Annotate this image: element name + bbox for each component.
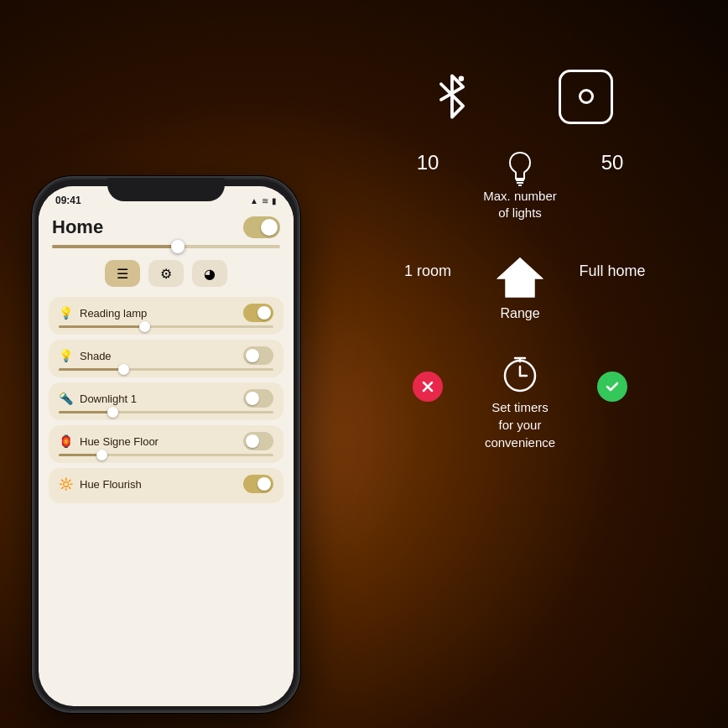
- phone-mockup: 09:41 ▲ ≋ ▮ Home ☰: [32, 176, 300, 713]
- bridge-max-col: 50: [566, 151, 658, 181]
- house-icon: [497, 254, 543, 301]
- toggle-knob: [246, 434, 259, 448]
- bridge-max-value: 50: [601, 151, 624, 174]
- range-section: 1 room Range Full home: [335, 254, 705, 321]
- timer-section: Set timersfor yourconvenience: [335, 355, 705, 451]
- light-left: 🔦 Downlight 1: [59, 392, 137, 405]
- home-toggle-knob: [261, 219, 278, 236]
- floor-lamp-icon: 🏮: [59, 434, 73, 448]
- light-slider[interactable]: [59, 325, 273, 328]
- x-icon: [420, 379, 435, 394]
- light-left: 🏮 Hue Signe Floor: [59, 434, 159, 448]
- bluetooth-icon: [431, 71, 473, 122]
- bulb-icon: 💡: [59, 349, 73, 362]
- phone-screen: 09:41 ▲ ≋ ▮ Home ☰: [39, 186, 294, 706]
- max-lights-center: Max. numberof lights: [474, 151, 566, 221]
- light-left: 💡 Reading lamp: [59, 306, 147, 320]
- slider-thumb: [96, 450, 107, 460]
- battery-icon: ▮: [272, 196, 277, 205]
- light-name: Shade: [80, 350, 112, 362]
- light-left: 🔆 Hue Flourish: [59, 477, 142, 491]
- phone-notch: [107, 178, 225, 201]
- timer-label: Set timersfor yourconvenience: [485, 398, 555, 451]
- bulb-icon: [507, 151, 533, 188]
- cross-icon: [413, 372, 443, 402]
- bulb-icon: 💡: [59, 306, 73, 320]
- app-header: Home: [39, 210, 294, 242]
- checkmark-icon: [605, 379, 620, 394]
- bluetooth-range-value: 1 room: [404, 263, 451, 280]
- slider-thumb: [118, 364, 129, 375]
- tab-bar: ☰ ⚙ ◕: [39, 255, 294, 292]
- max-lights-label: Max. numberof lights: [483, 188, 557, 221]
- status-icons: ▲ ≋ ▮: [250, 196, 277, 205]
- signal-icon: ▲: [250, 196, 258, 205]
- wifi-icon: ≋: [262, 196, 268, 205]
- bluetooth-timer-col: [382, 355, 474, 402]
- toggle-knob: [257, 306, 271, 320]
- light-row: 💡 Reading lamp: [59, 304, 273, 322]
- light-left: 💡 Shade: [59, 349, 112, 362]
- tab-color[interactable]: ◕: [192, 260, 227, 287]
- bridge-range-col: Full home: [566, 254, 658, 280]
- downlight-icon: 🔦: [59, 392, 73, 405]
- timer-center: Set timersfor yourconvenience: [474, 355, 566, 451]
- list-item: 💡 Reading lamp: [49, 297, 283, 335]
- light-toggle[interactable]: [243, 389, 273, 408]
- list-item: 🏮 Hue Signe Floor: [49, 425, 283, 463]
- range-center: Range: [474, 254, 566, 321]
- bridge-range-value: Full home: [579, 263, 645, 280]
- bluetooth-range-col: 1 room: [382, 254, 474, 280]
- slider-fill: [59, 454, 101, 456]
- bluetooth-max-col: 10: [382, 151, 474, 181]
- toggle-knob: [246, 392, 259, 405]
- status-time: 09:41: [55, 195, 81, 206]
- toggle-knob: [257, 477, 271, 491]
- tab-scenes[interactable]: ⚙: [148, 260, 184, 287]
- max-lights-section: 10 Max. numberof lights 50: [335, 151, 705, 221]
- light-row: 💡 Shade: [59, 346, 273, 365]
- slider-fill: [52, 245, 178, 248]
- phone-body: 09:41 ▲ ≋ ▮ Home ☰: [32, 176, 300, 713]
- slider-thumb: [139, 321, 150, 332]
- light-row: 🔦 Downlight 1: [59, 389, 273, 408]
- slider-thumb: [171, 240, 185, 253]
- bridge-timer-col: [566, 355, 658, 402]
- bluetooth-max-value: 10: [417, 151, 439, 174]
- slider-fill: [59, 325, 144, 328]
- app-title: Home: [52, 216, 103, 238]
- list-item: 🔦 Downlight 1: [49, 382, 283, 420]
- bluetooth-icon-col: [427, 67, 477, 126]
- timer-icon-wrap: Set timersfor yourconvenience: [485, 355, 555, 451]
- light-row: 🏮 Hue Signe Floor: [59, 432, 273, 450]
- max-lights-icon-wrap: Max. numberof lights: [483, 151, 557, 221]
- list-item: 💡 Shade: [49, 340, 283, 377]
- light-slider[interactable]: [59, 454, 273, 456]
- light-slider[interactable]: [59, 411, 273, 413]
- toggle-knob: [246, 349, 259, 362]
- top-icons-row: [335, 67, 705, 126]
- home-toggle[interactable]: [243, 216, 280, 238]
- light-slider[interactable]: [59, 368, 273, 371]
- right-panel: 10 Max. numberof lights 50 1 room: [335, 67, 705, 679]
- tab-list[interactable]: ☰: [105, 260, 140, 287]
- light-toggle[interactable]: [243, 475, 273, 493]
- light-name: Reading lamp: [80, 307, 147, 320]
- light-row: 🔆 Hue Flourish: [59, 475, 273, 493]
- slider-thumb: [107, 407, 118, 418]
- light-name: Hue Signe Floor: [80, 435, 159, 448]
- light-list: 💡 Reading lamp: [39, 292, 294, 508]
- home-brightness-slider[interactable]: [52, 245, 280, 248]
- bridge-icon: [559, 70, 613, 124]
- light-toggle[interactable]: [243, 432, 273, 450]
- light-toggle[interactable]: [243, 304, 273, 322]
- light-name: Hue Flourish: [80, 478, 142, 491]
- slider-fill: [59, 368, 123, 371]
- timer-icon: [501, 355, 539, 393]
- svg-point-0: [458, 75, 464, 81]
- bridge-dot: [579, 89, 594, 104]
- list-item: 🔆 Hue Flourish: [49, 468, 283, 503]
- light-name: Downlight 1: [80, 393, 137, 405]
- ceiling-lamp-icon: 🔆: [59, 477, 73, 491]
- light-toggle[interactable]: [243, 346, 273, 365]
